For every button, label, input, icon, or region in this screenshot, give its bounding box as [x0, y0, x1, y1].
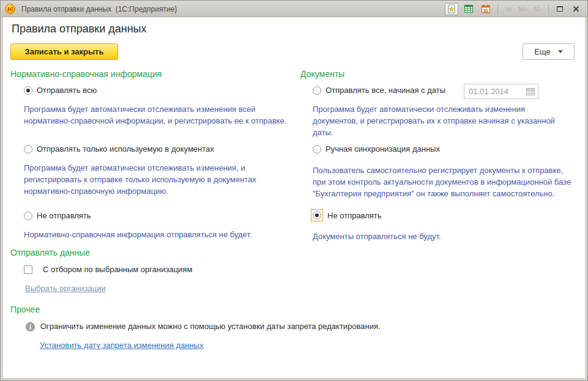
radio-unchecked-icon[interactable]: [24, 212, 32, 220]
radio-label: Не отправлять: [327, 211, 382, 220]
svg-text:31: 31: [483, 9, 488, 13]
radio-docs-do-not-send[interactable]: Не отправлять: [311, 209, 382, 221]
radio-nsi-do-not-send[interactable]: Не отправлять: [24, 211, 91, 220]
calculator-icon[interactable]: [462, 3, 475, 15]
section-heading-documents: Документы: [300, 69, 344, 79]
docs-do-not-send-description: Документы отправляться не будут.: [313, 231, 588, 242]
form-content: Правила отправки данных Записать и закры…: [3, 17, 585, 378]
checkbox-unchecked-icon[interactable]: [24, 265, 32, 274]
app-window: 1С Правила отправки данных (1С:Предприят…: [0, 0, 588, 381]
nsi-do-not-send-description: Нормативно-справочная информация отправл…: [24, 229, 311, 240]
calendar-icon[interactable]: 31: [479, 3, 493, 15]
focus-ring: [311, 209, 323, 221]
restriction-info-text: Ограничить изменение данных можно с помо…: [40, 322, 381, 331]
radio-label: Ручная синхронизация данных: [326, 144, 440, 154]
start-date-field[interactable]: 01.01.2014: [464, 84, 538, 99]
maximize-button[interactable]: [554, 4, 566, 15]
checkbox-filter-by-organizations[interactable]: С отбором по выбранным организациям: [24, 265, 192, 274]
titlebar-separator: [497, 4, 498, 14]
nsi-send-all-description: Программа будет автоматически отслеживат…: [24, 103, 311, 127]
radio-nsi-send-all[interactable]: Отправлять всю: [24, 86, 97, 95]
docs-manual-sync-description: Пользователь самостоятельно регистрирует…: [313, 165, 588, 199]
select-organizations-link[interactable]: Выбрать организации: [25, 284, 106, 293]
close-icon: [573, 6, 579, 12]
docs-send-all-description: Программа будет автоматически отслеживат…: [313, 103, 588, 138]
memory-m-button: М: [503, 6, 514, 13]
radio-nsi-send-used-only[interactable]: Отправлять только используемую в докумен…: [24, 144, 214, 154]
close-button[interactable]: [570, 4, 582, 15]
maximize-icon: [557, 6, 563, 12]
chevron-down-icon: [558, 50, 563, 53]
titlebar-buttons: 31 М М+ М-: [445, 3, 582, 15]
radio-unchecked-icon[interactable]: [313, 145, 321, 154]
radio-docs-send-all-from-date[interactable]: Отправлять все, начиная с даты: [313, 86, 445, 95]
start-date-value: 01.01.2014: [469, 87, 526, 96]
radio-docs-manual-sync[interactable]: Ручная синхронизация данных: [313, 144, 440, 154]
save-and-close-button[interactable]: Записать и закрыть: [10, 43, 118, 60]
radio-unchecked-icon[interactable]: [313, 86, 321, 95]
section-heading-nsi: Нормативно-справочная информация: [10, 69, 162, 79]
radio-label: Отправлять только используемую в докумен…: [37, 144, 214, 154]
favorites-document-icon[interactable]: [445, 3, 458, 15]
date-picker-calendar-icon[interactable]: [526, 87, 535, 96]
nsi-send-used-only-description: Программа будет автоматически отслеживат…: [24, 162, 311, 197]
section-heading-other: Прочее: [10, 305, 40, 314]
page-title: Правила отправки данных: [12, 23, 147, 35]
more-button-label: Еще: [534, 47, 550, 56]
checkbox-label: С отбором по выбранным организациям: [43, 265, 192, 274]
info-row: Ограничить изменение данных можно с помо…: [26, 322, 393, 331]
section-heading-send-data: Отправлять данные: [10, 248, 90, 257]
radio-label: Отправлять всю: [37, 86, 97, 95]
radio-checked-icon[interactable]: [313, 211, 321, 220]
radio-unchecked-icon[interactable]: [24, 145, 32, 154]
memory-m-plus-button: М+: [518, 6, 529, 13]
titlebar-separator: [548, 4, 549, 14]
info-icon: [26, 322, 35, 331]
radio-label: Не отправлять: [37, 211, 91, 220]
radio-label: Отправлять все, начиная с даты: [326, 86, 445, 95]
memory-m-minus-button: М-: [532, 6, 543, 13]
app-logo-1c-icon: 1С: [5, 4, 15, 14]
radio-checked-icon[interactable]: [24, 86, 32, 95]
window-title: Правила отправки данных (1С:Предприятие): [21, 5, 445, 13]
set-restriction-date-link[interactable]: Установить дату запрета изменения данных: [40, 341, 203, 350]
more-button[interactable]: Еще: [523, 43, 575, 60]
titlebar: 1С Правила отправки данных (1С:Предприят…: [1, 1, 587, 17]
